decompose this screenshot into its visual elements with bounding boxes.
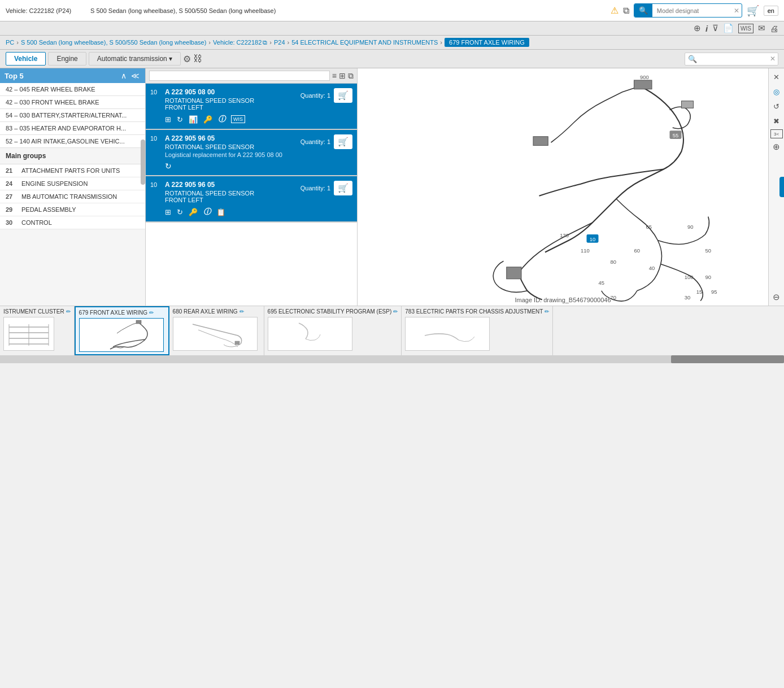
header-search-clear[interactable]: ✕ <box>731 6 742 16</box>
part-action-key-1[interactable]: 🔑 <box>203 115 212 124</box>
cart-btn-1[interactable]: 🛒 <box>334 88 352 103</box>
part-action-table-3[interactable]: ⊞ <box>165 208 171 216</box>
diagram-history-btn[interactable]: ↺ <box>770 100 783 112</box>
toolbar-search-icon[interactable]: 🔍 <box>685 53 700 65</box>
document-icon[interactable]: 📄 <box>723 23 734 33</box>
parts-copy-btn[interactable]: ⧉ <box>348 71 354 81</box>
part-action-reload-3[interactable]: ↻ <box>177 208 183 216</box>
thumbnail-item-1[interactable]: ISTRUMENT CLUSTER ✏ <box>0 306 75 355</box>
thumb-edit-icon-3[interactable]: ✏ <box>239 308 244 315</box>
toolbar-search-input[interactable] <box>700 54 768 64</box>
part-action-key-3[interactable]: 🔑 <box>189 208 198 216</box>
top-toolbar: ⊕ i ⊽ 📄 WIS ✉ 🖨 <box>0 21 784 36</box>
breadcrumb-pc[interactable]: PC <box>6 39 14 46</box>
parts-list-view-btn[interactable]: ≡ <box>332 71 337 80</box>
diagram-zoom-out-btn[interactable]: ⊖ <box>770 291 783 303</box>
thumbnail-item-2[interactable]: 679 FRONT AXLE WIRING ✏ <box>75 306 169 355</box>
part-action-chart-1[interactable]: 📊 <box>189 115 198 124</box>
mail-icon[interactable]: ✉ <box>758 23 765 33</box>
breadcrumb-vehicle[interactable]: Vehicle: C222182 <box>213 39 262 46</box>
group-items-list: 21 ATTACHMENT PARTS FOR UNITS 24 ENGINE … <box>0 164 145 229</box>
svg-text:95: 95 <box>711 289 717 295</box>
part-number-1[interactable]: A 222 905 08 00 <box>165 88 215 96</box>
group-item-24[interactable]: 24 ENGINE SUSPENSION <box>0 177 145 190</box>
thumbnail-item-3[interactable]: 680 REAR AXLE WIRING ✏ <box>169 306 264 355</box>
group-label-30: CONTROL <box>21 219 52 226</box>
top-item-2[interactable]: 42 – 030 FRONT WHEEL BRAKE <box>0 96 145 109</box>
tab-vehicle[interactable]: Vehicle <box>6 52 46 66</box>
part-pos-3: 10 <box>150 181 160 188</box>
breadcrumb-copy-icon[interactable]: ⧉ <box>263 39 267 46</box>
part-pos-2: 10 <box>150 135 160 142</box>
diagram-cross-btn[interactable]: ✖ <box>770 115 783 127</box>
breadcrumb-electrical[interactable]: 54 ELECTRICAL EQUIPMENT AND INSTRUMENTS <box>291 39 438 46</box>
group-item-29[interactable]: 29 PEDAL ASSEMBLY <box>0 203 145 216</box>
part-action-info-1[interactable]: ⓘ <box>218 114 225 124</box>
top-item-3[interactable]: 54 – 030 BATTERY,STARTER/ALTERNAT... <box>0 109 145 122</box>
top-item-1[interactable]: 42 – 045 REAR WHEEL BRAKE <box>0 83 145 96</box>
parts-grid-view-btn[interactable]: ⊞ <box>339 71 346 80</box>
thumb-edit-icon-5[interactable]: ✏ <box>545 308 549 315</box>
warning-icon[interactable]: ⚠ <box>611 5 619 16</box>
print-icon[interactable]: 🖨 <box>770 24 778 33</box>
tab-automatic[interactable]: Automatic transmission ▾ <box>89 52 181 66</box>
zoom-in-icon[interactable]: ⊕ <box>694 23 701 33</box>
tab-engine[interactable]: Engine <box>48 52 86 66</box>
group-item-21[interactable]: 21 ATTACHMENT PARTS FOR UNITS <box>0 164 145 177</box>
diagram-image: 10 55 900 130 65 90 60 110 80 40 45 100 … <box>358 68 768 306</box>
breadcrumb-sep4: › <box>288 39 290 46</box>
diagram-3d-btn[interactable]: 3< <box>770 129 783 138</box>
thumbnail-item-4[interactable]: 695 ELECTRONIC STABILITY PROGRAM (ESP) ✏ <box>264 306 402 355</box>
group-num-29: 29 <box>6 206 18 213</box>
part-number-2[interactable]: A 222 905 96 05 <box>165 134 215 142</box>
toolbar-search-clear[interactable]: ✕ <box>768 54 778 64</box>
diagram-zoom-in-btn[interactable]: ⊕ <box>770 141 783 153</box>
scrollbar-thumb[interactable] <box>671 355 784 363</box>
copy-icon[interactable]: ⧉ <box>623 6 629 16</box>
cart-icon[interactable]: 🛒 <box>747 5 759 17</box>
thumb-edit-icon-1[interactable]: ✏ <box>66 308 71 315</box>
thumbnail-item-5[interactable]: 783 ELECTRIC PARTS FOR CHASSIS ADJUSTMEN… <box>402 306 553 355</box>
cart-btn-3[interactable]: 🛒 <box>334 181 352 195</box>
thumb-edit-icon-2[interactable]: ✏ <box>149 310 154 316</box>
breadcrumb-sep3: › <box>269 39 272 46</box>
scrollbar-container[interactable] <box>0 355 784 363</box>
part-item-1-pos-num: 10 A 222 905 08 00 <box>150 88 296 96</box>
part-reload-btn-2[interactable]: ↻ <box>165 162 172 171</box>
filter-icon[interactable]: ⊽ <box>712 23 718 33</box>
group-item-27[interactable]: 27 MB AUTOMATIC TRANSMISSION <box>0 190 145 203</box>
part-action-reload-1[interactable]: ↻ <box>177 115 183 124</box>
diagram-circle-btn[interactable]: ◎ <box>770 85 783 98</box>
top-collapse-btn[interactable]: ∧ <box>120 71 128 80</box>
tab-icon2[interactable]: ⛓ <box>193 54 202 64</box>
breadcrumb-current[interactable]: 679 FRONT AXLE WIRING <box>445 38 529 47</box>
group-item-30[interactable]: 30 CONTROL <box>0 216 145 229</box>
top-section-header: Top 5 ∧ ≪ <box>0 68 145 83</box>
thumb-edit-icon-4[interactable]: ✏ <box>393 308 398 315</box>
info-icon[interactable]: i <box>705 24 708 33</box>
part-action-info-3[interactable]: ⓘ <box>203 207 211 217</box>
part-qty-2: Quantity: 1 🛒 <box>300 134 352 149</box>
top-section-controls: ∧ ≪ <box>120 71 141 80</box>
part-action-table-1[interactable]: ⊞ <box>165 115 171 124</box>
part-item-1-row1: 10 A 222 905 08 00 ROTATIONAL SPEED SENS… <box>150 88 352 111</box>
breadcrumb-p24[interactable]: P24 <box>274 39 285 46</box>
diagram-close-btn[interactable]: ✕ <box>770 71 783 83</box>
lang-button[interactable]: en <box>764 6 778 16</box>
header-search-button[interactable]: 🔍 <box>634 4 652 17</box>
tab-icon1[interactable]: ⚙ <box>183 54 191 64</box>
part-action-wis-1[interactable]: WIS <box>231 115 245 123</box>
top-item-4[interactable]: 83 – 035 HEATER AND EVAPORATOR H... <box>0 122 145 135</box>
svg-text:40: 40 <box>649 265 655 271</box>
part-action-doc-3[interactable]: 📋 <box>216 208 225 216</box>
cart-btn-2[interactable]: 🛒 <box>334 134 352 149</box>
top-item-5[interactable]: 52 – 140 AIR INTAKE,GASOLINE VEHIC... <box>0 135 145 148</box>
parts-search-input[interactable] <box>152 72 327 79</box>
tabs-row: Vehicle Engine Automatic transmission ▾ … <box>0 50 784 68</box>
header-search-input[interactable] <box>652 5 731 16</box>
wis-icon[interactable]: WIS <box>738 24 753 33</box>
top-close-btn[interactable]: ≪ <box>130 71 141 80</box>
breadcrumb-model[interactable]: S 500 Sedan (long wheelbase), S 500/550 … <box>21 39 206 46</box>
part-item-2-pos-num: 10 A 222 905 96 05 <box>150 134 296 142</box>
part-number-3[interactable]: A 222 905 96 05 <box>165 181 215 189</box>
